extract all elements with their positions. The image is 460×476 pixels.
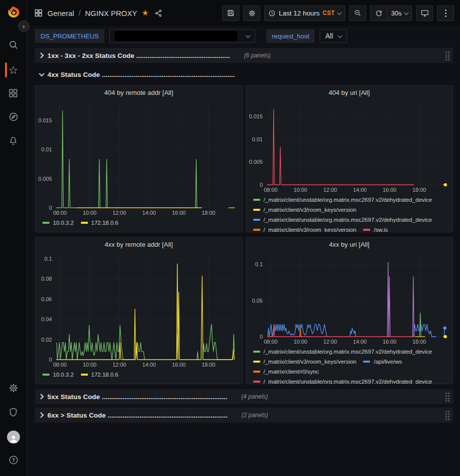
panel-legend: 10.0.3.2172.18.0.6	[35, 217, 242, 232]
topbar: General / NGINX PROXY ★	[27, 0, 460, 26]
row-drag-handle[interactable]	[446, 411, 450, 421]
main-area: General / NGINX PROXY ★	[27, 0, 460, 476]
row-header-5xx[interactable]: 5xx Status Code ........................…	[35, 389, 453, 404]
panel-header[interactable]: 4xx by remote addr [All]	[35, 238, 242, 251]
more-options-button[interactable]	[437, 5, 454, 21]
svg-text:0.005: 0.005	[38, 176, 52, 182]
gear-icon	[8, 383, 19, 396]
tv-mode-button[interactable]	[416, 5, 433, 21]
row-header-4xx[interactable]: 4xx Status Code ........................…	[35, 68, 453, 81]
legend-swatch	[42, 222, 49, 224]
svg-text:12:00: 12:00	[112, 362, 126, 368]
refresh-interval-dropdown[interactable]: 30s	[387, 5, 412, 21]
legend-item[interactable]: /_matrix/client/unstable/org.matrix.msc2…	[253, 347, 433, 357]
chevron-down-icon	[246, 33, 251, 38]
row-header-6xx[interactable]: 6xx > Status Code ......................…	[35, 408, 453, 423]
chart-svg: 00.0050.010.01508:0010:0012:0014:0016:00…	[35, 99, 242, 217]
legend-item[interactable]: 172.18.0.6	[81, 218, 118, 228]
svg-text:0.005: 0.005	[249, 159, 263, 165]
panel-header[interactable]: 4xx by uri [All]	[246, 238, 453, 251]
datasource-select[interactable]	[109, 29, 255, 43]
sidebar-item-configuration[interactable]	[0, 377, 26, 401]
row-title: 4xx Status Code ........................…	[47, 71, 235, 78]
legend-item[interactable]: 10.0.3.2	[42, 218, 74, 228]
legend-item[interactable]: /_matrix/client/unstable/org.matrix.msc2…	[253, 377, 433, 384]
row-panel-count: (4 panels)	[241, 393, 268, 400]
timeseries-plot[interactable]: 00.050.108:0010:0012:0014:0016:0018:00	[246, 251, 453, 346]
share-icon[interactable]	[154, 9, 163, 17]
breadcrumb-section[interactable]: General	[47, 9, 74, 17]
timeseries-plot[interactable]: 00.0050.010.01508:0010:0012:0014:0016:00…	[246, 99, 453, 194]
legend-item[interactable]: /sw.js	[363, 225, 388, 232]
variable-label-datasource: DS_PROMETHEUS	[35, 29, 104, 43]
legend-item[interactable]: 172.18.0.6	[81, 370, 118, 380]
kebab-menu-icon	[445, 9, 447, 17]
shield-icon	[8, 407, 18, 420]
sidebar-item-alerting[interactable]	[0, 130, 26, 154]
panel-header[interactable]: 404 by remote addr [All]	[35, 86, 242, 99]
timeseries-plot[interactable]: 00.020.040.060.080.108:0010:0012:0014:00…	[35, 251, 242, 369]
sidebar-expand-button[interactable]: ›	[18, 20, 29, 32]
help-icon: ?	[8, 455, 19, 468]
time-range-picker[interactable]: Last 12 hours CST	[264, 5, 345, 21]
gear-icon	[248, 9, 256, 17]
panel-grid: 404 by remote addr [All] 00.0050.010.015…	[35, 85, 453, 384]
page-title[interactable]: NGINX PROXY	[85, 9, 137, 17]
chevron-down-icon	[39, 71, 44, 76]
legend-series-label: /_matrix/client/unstable/org.matrix.msc2…	[264, 197, 433, 203]
favorite-star-icon[interactable]: ★	[141, 9, 148, 17]
grafana-logo-icon[interactable]	[6, 5, 21, 20]
legend-item[interactable]: /api/live/ws	[363, 357, 402, 367]
sidebar-item-profile[interactable]	[0, 425, 26, 449]
refresh-button[interactable]	[370, 5, 387, 21]
legend-series-label: 172.18.0.6	[91, 372, 118, 378]
sidebar-item-explore[interactable]	[0, 106, 26, 130]
legend-item[interactable]: /_matrix/client/r0/sync	[253, 367, 319, 377]
save-dashboard-button[interactable]	[222, 5, 239, 21]
legend-item[interactable]: /_matrix/client/unstable/org.matrix.msc2…	[253, 195, 433, 205]
svg-text:0: 0	[49, 357, 52, 363]
row-drag-handle[interactable]	[446, 393, 450, 402]
legend-item[interactable]: /_matrix/client/v3/room_keys/version	[253, 225, 357, 232]
chart-svg: 00.0050.010.01508:0010:0012:0014:0016:00…	[246, 99, 453, 194]
dashboard-squares-icon[interactable]	[34, 8, 43, 17]
dashboard-settings-button[interactable]	[243, 5, 260, 21]
row-drag-handle[interactable]	[446, 51, 450, 61]
legend-swatch	[253, 219, 260, 221]
variables-submenu: DS_PROMETHEUS request_host All	[27, 26, 460, 46]
legend-item[interactable]: /_matrix/client/v3/room_keys/version	[253, 357, 357, 367]
legend-item[interactable]: /_matrix/client/unstable/org.matrix.msc2…	[253, 215, 433, 225]
svg-text:10:00: 10:00	[83, 210, 97, 216]
legend-swatch	[253, 209, 260, 211]
request-host-select[interactable]: All	[320, 29, 347, 43]
sidebar-item-search[interactable]	[0, 34, 26, 58]
legend-swatch	[81, 222, 88, 224]
svg-text:08:00: 08:00	[53, 362, 67, 368]
row-title: 1xx - 3xx - 2xx Status Code ............…	[47, 52, 230, 59]
timeseries-plot[interactable]: 00.0050.010.01508:0010:0012:0014:0016:00…	[35, 99, 242, 217]
sidebar: › ☆	[0, 0, 27, 476]
bell-icon	[8, 136, 18, 148]
zoom-out-button[interactable]	[349, 5, 366, 21]
sidebar-item-server-admin[interactable]	[0, 401, 26, 425]
legend-series-label: /api/live/ws	[374, 359, 402, 365]
sidebar-item-dashboards[interactable]	[0, 82, 26, 106]
legend-series-label: /_matrix/client/v3/room_keys/version	[264, 227, 357, 232]
legend-item[interactable]: /_matrix/client/v3/room_keys/version	[253, 205, 357, 215]
svg-text:0: 0	[259, 182, 262, 188]
svg-text:12:00: 12:00	[112, 210, 126, 216]
svg-text:10:00: 10:00	[293, 187, 307, 193]
sidebar-item-starred[interactable]: ☆	[0, 58, 26, 82]
chart-svg: 00.050.108:0010:0012:0014:0016:0018:00	[246, 251, 453, 346]
svg-text:12:00: 12:00	[323, 339, 337, 345]
svg-text:0: 0	[259, 334, 262, 340]
legend-swatch	[253, 351, 260, 353]
panel-header[interactable]: 404 by uri [All]	[246, 86, 453, 99]
row-title: 6xx > Status Code ......................…	[47, 412, 227, 419]
svg-text:0.02: 0.02	[41, 337, 52, 343]
datasource-value-redacted	[115, 31, 237, 41]
row-header-1xx[interactable]: 1xx - 3xx - 2xx Status Code ............…	[35, 48, 453, 63]
sidebar-item-help[interactable]: ?	[0, 449, 26, 473]
search-icon	[8, 39, 19, 52]
legend-item[interactable]: 10.0.3.2	[42, 370, 74, 380]
